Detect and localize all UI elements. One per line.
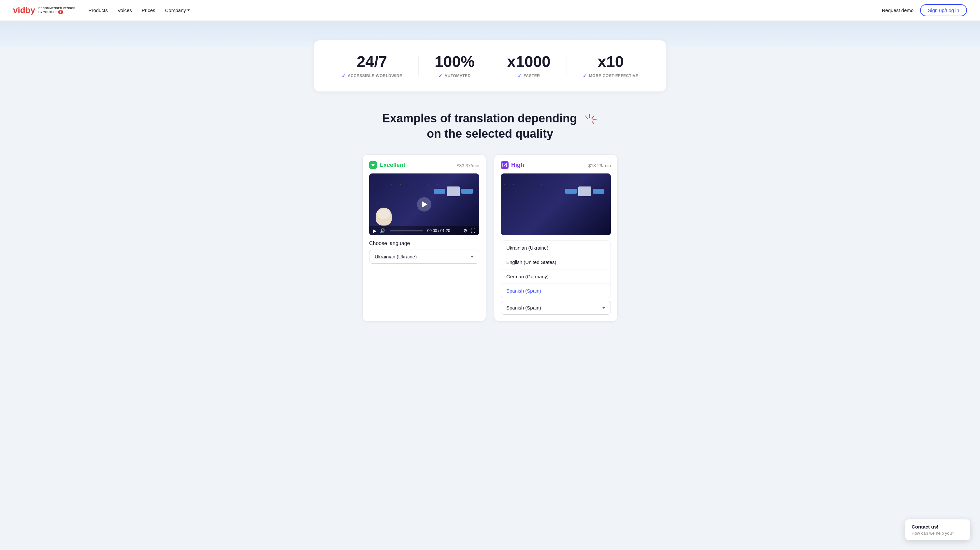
high-card: High $13.29/min Ukrainian (Ukraine) bbox=[494, 154, 618, 322]
nav-prices[interactable]: Prices bbox=[142, 8, 155, 13]
request-demo-button[interactable]: Request demo bbox=[882, 8, 914, 13]
stat-100: 100% ✓ AUTOMATED bbox=[434, 53, 475, 78]
card-header-high: High $13.29/min bbox=[501, 161, 611, 169]
sat-panel-left bbox=[565, 189, 577, 193]
lang-option-english[interactable]: English (United States) bbox=[501, 255, 611, 269]
chevron-down-icon bbox=[471, 256, 474, 258]
stat-value-x10: x10 bbox=[583, 53, 638, 71]
stats-section: 24/7 ✓ ACCESSIBLE WORLDWIDE 100% ✓ AUTOM… bbox=[314, 40, 666, 92]
card-price-high: $13.29/min bbox=[589, 162, 611, 169]
signup-button[interactable]: Sign up/Log in bbox=[920, 4, 967, 16]
video-controls-excellent: ▶ 🔊 00:00 / 01:20 ⚙ ⛶ bbox=[369, 226, 479, 235]
language-section-high: Spanish (Spain) bbox=[501, 301, 611, 315]
check-icon: ✓ bbox=[518, 73, 522, 78]
stat-x1000: x1000 ✓ FASTER bbox=[507, 53, 550, 78]
lang-option-ukrainian[interactable]: Ukrainian (Ukraine) bbox=[501, 241, 611, 255]
lang-option-german[interactable]: German (Germany) bbox=[501, 269, 611, 284]
stat-value-247: 24/7 bbox=[342, 53, 402, 71]
language-dropdown-high: Ukrainian (Ukraine) English (United Stat… bbox=[501, 241, 611, 298]
play-triangle-icon bbox=[422, 201, 428, 207]
stat-label-x1000: ✓ FASTER bbox=[507, 73, 550, 78]
time-display: 00:00 / 01:20 bbox=[428, 228, 460, 233]
card-price-excellent: $33.37/min bbox=[457, 162, 479, 169]
satellite bbox=[434, 178, 473, 204]
fullscreen-ctrl-btn[interactable]: ⛶ bbox=[471, 228, 475, 233]
stat-divider-3 bbox=[566, 56, 567, 76]
svg-line-4 bbox=[585, 116, 587, 119]
stat-value-x1000: x1000 bbox=[507, 53, 550, 71]
video-scene-high bbox=[501, 173, 611, 235]
card-header-excellent: Excellent $33.37/min bbox=[369, 161, 479, 169]
astronaut-cat bbox=[375, 208, 392, 225]
nav-products[interactable]: Products bbox=[88, 8, 108, 13]
check-icon: ✓ bbox=[583, 73, 587, 78]
sat-body bbox=[578, 187, 591, 196]
check-icon: ✓ bbox=[342, 73, 346, 78]
section-title: Examples of translation depending on the… bbox=[317, 111, 663, 141]
language-section-excellent: Choose language Ukrainian (Ukraine) bbox=[369, 241, 479, 264]
svg-line-3 bbox=[592, 121, 594, 124]
stat-divider-2 bbox=[491, 56, 491, 76]
contact-bubble[interactable]: Contact us! How can we help you? bbox=[905, 520, 970, 540]
video-excellent: ▶ 🔊 00:00 / 01:20 ⚙ ⛶ bbox=[369, 173, 479, 235]
nav-company[interactable]: Company bbox=[165, 8, 190, 13]
logo-area: vidby RECOMMENDED VENDOR BY YOUTUBE bbox=[13, 5, 75, 15]
chevron-down-icon bbox=[187, 10, 190, 11]
volume-ctrl-btn[interactable]: 🔊 bbox=[380, 228, 385, 233]
lang-option-spanish[interactable]: Spanish (Spain) bbox=[501, 284, 611, 298]
badge-icon-excellent bbox=[369, 161, 377, 169]
youtube-icon bbox=[58, 10, 63, 14]
main-content: Examples of translation depending on the… bbox=[311, 111, 669, 322]
language-select-high[interactable]: Spanish (Spain) bbox=[501, 301, 611, 315]
sat-panel-right bbox=[593, 189, 605, 193]
stat-x10: x10 ✓ MORE COST-EFFECTIVE bbox=[583, 53, 638, 78]
stat-label-100: ✓ AUTOMATED bbox=[434, 73, 475, 78]
language-select-excellent[interactable]: Ukrainian (Ukraine) bbox=[369, 250, 479, 264]
stat-24-7: 24/7 ✓ ACCESSIBLE WORLDWIDE bbox=[342, 53, 402, 78]
logo: vidby bbox=[13, 5, 35, 15]
settings-ctrl-btn[interactable]: ⚙ bbox=[463, 228, 468, 233]
logo-highlight: vid bbox=[13, 5, 25, 15]
sat-panel-right bbox=[461, 189, 473, 193]
check-icon: ✓ bbox=[439, 73, 443, 78]
contact-subtitle: How can we help you? bbox=[912, 531, 964, 536]
chevron-down-icon bbox=[602, 307, 605, 309]
play-ctrl-btn[interactable]: ▶ bbox=[373, 228, 377, 233]
badge-high: High bbox=[501, 161, 524, 169]
nav-voices[interactable]: Voices bbox=[118, 8, 132, 13]
satellite-high bbox=[565, 178, 605, 204]
sat-panel-left bbox=[434, 189, 445, 193]
badge-icon-high bbox=[501, 161, 509, 169]
play-button-excellent[interactable] bbox=[417, 197, 431, 212]
progress-bar[interactable] bbox=[390, 230, 423, 231]
svg-line-1 bbox=[592, 116, 594, 119]
stat-label-247: ✓ ACCESSIBLE WORLDWIDE bbox=[342, 73, 402, 78]
spark-icon bbox=[582, 113, 598, 125]
main-nav: Products Voices Prices Company bbox=[88, 8, 881, 13]
stat-label-x10: ✓ MORE COST-EFFECTIVE bbox=[583, 73, 638, 78]
excellent-card: Excellent $33.37/min bbox=[362, 154, 486, 322]
language-label-excellent: Choose language bbox=[369, 241, 479, 246]
recommended-badge: RECOMMENDED VENDOR BY YOUTUBE bbox=[38, 6, 76, 14]
header-actions: Request demo Sign up/Log in bbox=[882, 4, 967, 16]
header: vidby RECOMMENDED VENDOR BY YOUTUBE Prod… bbox=[0, 0, 980, 21]
stat-value-100: 100% bbox=[434, 53, 475, 71]
cards-row: Excellent $33.37/min bbox=[317, 154, 663, 322]
sat-body bbox=[447, 187, 460, 196]
contact-title: Contact us! bbox=[912, 524, 964, 529]
badge-excellent: Excellent bbox=[369, 161, 405, 169]
video-high bbox=[501, 173, 611, 235]
